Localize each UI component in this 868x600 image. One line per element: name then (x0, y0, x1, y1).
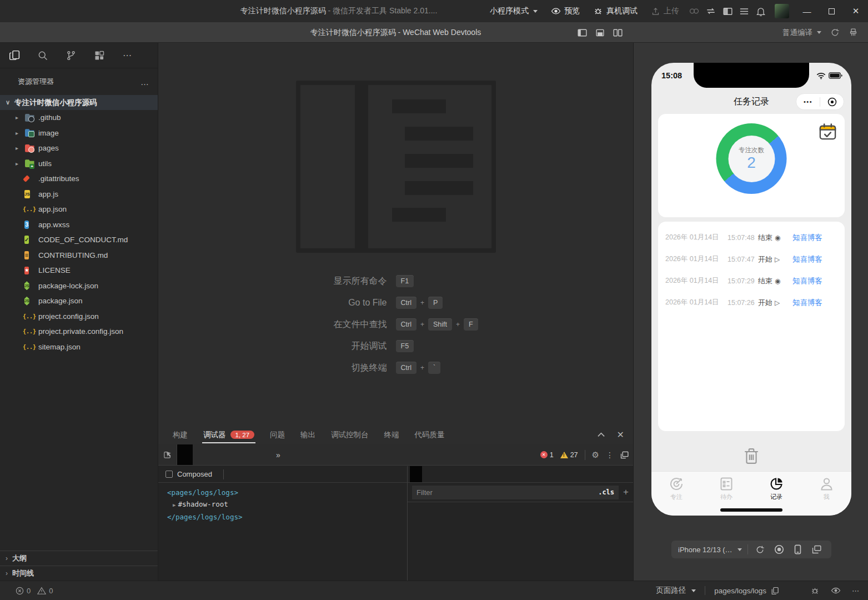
explorer-files-icon[interactable] (8, 49, 21, 62)
tree-item[interactable]: ▸ CONTRIBUTING.md (0, 248, 158, 263)
blog-link[interactable]: 知喜博客 (792, 298, 822, 308)
refresh-icon[interactable] (830, 28, 840, 37)
clear-cache-icon[interactable] (849, 28, 858, 37)
problems-warnings[interactable]: 0 (37, 587, 53, 595)
styles-tab[interactable] (422, 466, 434, 482)
minimize-button[interactable]: — (795, 0, 819, 22)
undock-icon[interactable] (620, 451, 629, 459)
tree-item[interactable]: ▸ utils (0, 156, 158, 172)
tree-item[interactable]: ▸ .gitattributes (0, 171, 158, 187)
device-selector[interactable]: iPhone 12/13 (… (678, 546, 742, 554)
minimize-circle-icon[interactable] (820, 97, 844, 107)
composed-checkbox[interactable] (165, 471, 173, 478)
more-menu-icon[interactable]: ••• (796, 98, 820, 105)
compile-mode-dropdown[interactable]: 普通编译 (782, 28, 821, 38)
tree-item[interactable]: ▸ package-lock.json (0, 278, 158, 294)
extensions-icon[interactable] (93, 49, 106, 62)
panel-tab[interactable]: 输出 (293, 425, 323, 444)
tree-item[interactable]: ▸ app.json (0, 202, 158, 217)
panel-tab[interactable]: 调试器 1, 27 (195, 425, 262, 444)
close-button[interactable]: ✕ (844, 0, 868, 22)
tree-item[interactable]: ▸ image (0, 126, 158, 141)
devtools-tab[interactable] (193, 444, 208, 465)
remote-debug-button[interactable]: 真机调试 (586, 0, 644, 22)
calendar-icon[interactable] (818, 122, 837, 142)
outline-section[interactable]: › 大纲 (0, 551, 158, 566)
tree-item[interactable]: ▸ .github (0, 110, 158, 126)
blog-link[interactable]: 知喜博客 (792, 276, 822, 286)
visibility-eye-icon[interactable] (831, 586, 841, 595)
restart-icon[interactable] (754, 545, 767, 554)
hamburger-menu-icon[interactable] (736, 0, 752, 22)
page-path-selector[interactable]: 页面路径 (656, 586, 696, 596)
warning-count[interactable]: 27 (560, 451, 578, 459)
styles-filter-input[interactable] (417, 488, 594, 497)
source-control-icon[interactable] (64, 49, 78, 62)
element-close-tag[interactable]: </pages/logs/logs> (167, 511, 407, 523)
tree-item[interactable]: ▸ LICENSE (0, 263, 158, 278)
tree-item[interactable]: ▸ project.private.config.json (0, 324, 158, 339)
tree-item[interactable]: ▸ sitemap.json (0, 339, 158, 355)
toggle-sidebar-icon[interactable] (578, 29, 587, 37)
toggle-simulator-icon[interactable] (596, 29, 604, 37)
bell-icon[interactable] (752, 0, 769, 22)
explorer-more-icon[interactable]: … (141, 77, 150, 87)
devtools-tab[interactable] (224, 444, 239, 465)
copy-icon[interactable] (771, 587, 779, 595)
preview-button[interactable]: 预览 (544, 0, 586, 22)
more-options-icon[interactable]: ⋯ (852, 587, 860, 595)
maximize-button[interactable] (819, 0, 844, 22)
styles-tab[interactable] (446, 466, 459, 482)
project-root-row[interactable]: ∨ 专注计时微信小程序源码 (0, 95, 158, 110)
devtools-tab[interactable] (208, 444, 224, 465)
panel-tab[interactable]: 调试控制台 (323, 425, 377, 444)
layout-icon[interactable] (719, 0, 736, 22)
user-avatar[interactable] (775, 4, 789, 18)
collapse-panel-icon[interactable] (598, 432, 605, 437)
tree-item[interactable]: ▸ project.config.json (0, 309, 158, 324)
devtools-settings-gear-icon[interactable]: ⚙ (592, 450, 599, 460)
styles-tab[interactable] (410, 466, 422, 482)
toggle-split-icon[interactable] (613, 29, 623, 37)
tree-item[interactable]: ▸ app.js (0, 187, 158, 202)
devtools-kebab-menu-icon[interactable]: ⋮ (606, 451, 614, 459)
upload-button[interactable]: 上传 (644, 0, 686, 22)
devtools-tab[interactable] (255, 444, 270, 465)
panel-tab[interactable]: 代码质量 (407, 425, 453, 444)
tab-me[interactable]: 我 (801, 472, 851, 516)
file-icon (24, 296, 34, 306)
blog-link[interactable]: 知喜博客 (792, 233, 822, 243)
search-icon[interactable] (36, 49, 49, 62)
toggle-class-button[interactable]: .cls (598, 488, 614, 496)
close-panel-icon[interactable]: ✕ (617, 429, 624, 440)
swap-icon[interactable] (703, 0, 719, 22)
devtools-tab[interactable] (239, 444, 255, 465)
tree-item[interactable]: ▸ package.json (0, 293, 158, 309)
error-count[interactable]: ✕1 (540, 451, 554, 459)
panel-tab[interactable]: 问题 (262, 425, 293, 444)
stop-record-icon[interactable] (772, 544, 786, 554)
clear-records-trash-icon[interactable] (651, 448, 851, 464)
tree-item[interactable]: ▸ app.wxss (0, 217, 158, 233)
vconsole-bug-icon[interactable] (810, 586, 820, 596)
mini-program-mode-dropdown[interactable]: 小程序模式 (483, 0, 544, 22)
multi-window-icon[interactable] (810, 545, 824, 554)
new-style-rule-button[interactable]: + (623, 487, 629, 498)
tree-item[interactable]: ▸ pages (0, 141, 158, 156)
more-actions-icon[interactable]: ⋯ (121, 49, 134, 62)
devtools-tab[interactable] (177, 444, 193, 465)
styles-tab[interactable] (434, 466, 446, 482)
link-icon[interactable] (686, 0, 703, 22)
timeline-section[interactable]: › 时间线 (0, 566, 158, 581)
panel-tab[interactable]: 终端 (377, 425, 407, 444)
inspect-element-icon[interactable] (158, 444, 177, 465)
device-frame-icon[interactable] (791, 544, 805, 554)
more-tabs-icon[interactable]: » (270, 451, 286, 459)
element-open-tag[interactable]: <pages/logs/logs> (167, 487, 407, 498)
problems-errors[interactable]: 0 (16, 587, 31, 595)
tab-focus[interactable]: 专注 (651, 472, 701, 516)
panel-tab[interactable]: 构建 (165, 425, 195, 444)
tree-item[interactable]: ▸ CODE_OF_CONDUCT.md (0, 232, 158, 248)
shadow-root-node[interactable]: ▶#shadow-root (167, 498, 407, 511)
blog-link[interactable]: 知喜博客 (792, 254, 822, 264)
